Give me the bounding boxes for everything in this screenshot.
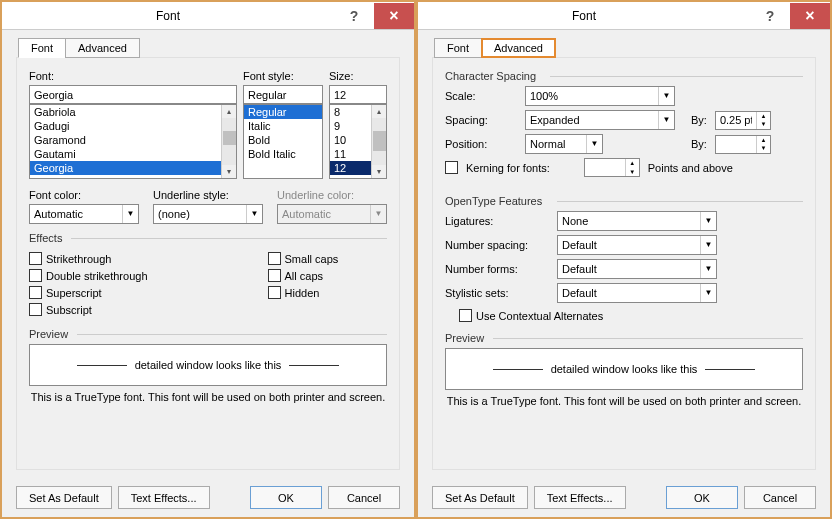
numspacing-combo[interactable]: Default▼ xyxy=(557,235,717,255)
checkbox-hidden[interactable] xyxy=(268,286,281,299)
by-label: By: xyxy=(691,114,707,126)
spin-up-icon[interactable]: ▲ xyxy=(757,136,770,145)
numforms-combo[interactable]: Default▼ xyxy=(557,259,717,279)
close-icon[interactable]: × xyxy=(790,3,830,29)
tab-font[interactable]: Font xyxy=(434,38,482,58)
spacing-combo[interactable]: Expanded▼ xyxy=(525,110,675,130)
help-icon[interactable]: ? xyxy=(334,3,374,29)
chevron-down-icon: ▼ xyxy=(700,236,716,254)
spacing-label: Spacing: xyxy=(445,114,517,126)
font-listbox[interactable]: Gabriola Gadugi Garamond Gautami Georgia… xyxy=(29,104,237,179)
position-by-spinner[interactable]: ▲▼ xyxy=(715,135,771,154)
underline-style-combo[interactable]: (none)▼ xyxy=(153,204,263,224)
set-default-button[interactable]: Set As Default xyxy=(16,486,112,509)
tab-advanced[interactable]: Advanced xyxy=(65,38,140,58)
scale-combo[interactable]: 100%▼ xyxy=(525,86,675,106)
text-effects-button[interactable]: Text Effects... xyxy=(118,486,210,509)
style-input[interactable] xyxy=(243,85,323,104)
tab-font[interactable]: Font xyxy=(18,38,66,58)
chevron-down-icon: ▼ xyxy=(700,284,716,302)
style-label: Font style: xyxy=(243,70,323,82)
position-combo[interactable]: Normal▼ xyxy=(525,134,603,154)
size-input[interactable] xyxy=(329,85,387,104)
style-listbox[interactable]: Regular Italic Bold Bold Italic xyxy=(243,104,323,179)
tabstrip: Font Advanced xyxy=(432,38,816,58)
effect-label: Strikethrough xyxy=(46,253,111,265)
chevron-down-icon: ▼ xyxy=(370,205,386,223)
stylistic-combo[interactable]: Default▼ xyxy=(557,283,717,303)
preview-box: detailed window looks like this xyxy=(445,348,803,390)
position-label: Position: xyxy=(445,138,517,150)
scale-label: Scale: xyxy=(445,90,517,102)
checkbox-kerning[interactable] xyxy=(445,161,458,174)
preview-desc: This is a TrueType font. This font will … xyxy=(29,391,387,403)
scrollbar[interactable]: ▴▾ xyxy=(371,105,386,178)
checkbox-subscript[interactable] xyxy=(29,303,42,316)
titlebar: Font ? × xyxy=(2,2,414,30)
font-input[interactable] xyxy=(29,85,237,104)
checkbox-small-caps[interactable] xyxy=(268,252,281,265)
cancel-button[interactable]: Cancel xyxy=(328,486,400,509)
size-listbox[interactable]: 8 9 10 11 12 ▴▾ xyxy=(329,104,387,179)
numspacing-label: Number spacing: xyxy=(445,239,549,251)
set-default-button[interactable]: Set As Default xyxy=(432,486,528,509)
font-color-combo[interactable]: Automatic▼ xyxy=(29,204,139,224)
preview-box: detailed window looks like this xyxy=(29,344,387,386)
spin-down-icon[interactable]: ▼ xyxy=(626,168,639,177)
ligatures-combo[interactable]: None▼ xyxy=(557,211,717,231)
kerning-label: Kerning for fonts: xyxy=(466,162,550,174)
font-dialog-left: Font ? × Font Advanced Font: Gabriola Ga… xyxy=(0,0,416,519)
by-label: By: xyxy=(691,138,707,150)
contextual-label: Use Contextual Alternates xyxy=(476,310,603,322)
checkbox-contextual[interactable] xyxy=(459,309,472,322)
size-label: Size: xyxy=(329,70,387,82)
char-spacing-label: Character Spacing xyxy=(445,70,803,82)
kerning-unit: Points and above xyxy=(648,162,733,174)
scrollbar[interactable]: ▴▾ xyxy=(221,105,236,178)
font-dialog-right: Font ? × Font Advanced Character Spacing… xyxy=(416,0,832,519)
spin-up-icon[interactable]: ▲ xyxy=(757,112,770,121)
titlebar: Font ? × xyxy=(418,2,830,30)
effect-label: Hidden xyxy=(285,287,320,299)
spin-down-icon[interactable]: ▼ xyxy=(757,144,770,153)
effect-label: Small caps xyxy=(285,253,339,265)
close-icon[interactable]: × xyxy=(374,3,414,29)
list-item[interactable]: Gabriola xyxy=(30,105,236,119)
cancel-button[interactable]: Cancel xyxy=(744,486,816,509)
list-item[interactable]: Bold xyxy=(244,133,322,147)
stylistic-label: Stylistic sets: xyxy=(445,287,549,299)
preview-label: Preview xyxy=(29,328,387,340)
font-label: Font: xyxy=(29,70,237,82)
ok-button[interactable]: OK xyxy=(666,486,738,509)
list-item[interactable]: Italic xyxy=(244,119,322,133)
spacing-by-spinner[interactable]: ▲▼ xyxy=(715,111,771,130)
list-item[interactable]: Georgia xyxy=(30,161,236,175)
list-item[interactable]: Bold Italic xyxy=(244,147,322,161)
window-title: Font xyxy=(2,9,334,23)
chevron-down-icon: ▼ xyxy=(658,87,674,105)
tabstrip: Font Advanced xyxy=(16,38,400,58)
checkbox-double-strikethrough[interactable] xyxy=(29,269,42,282)
chevron-down-icon: ▼ xyxy=(246,205,262,223)
checkbox-superscript[interactable] xyxy=(29,286,42,299)
list-item[interactable]: Gadugi xyxy=(30,119,236,133)
ok-button[interactable]: OK xyxy=(250,486,322,509)
chevron-down-icon: ▼ xyxy=(700,212,716,230)
checkbox-strikethrough[interactable] xyxy=(29,252,42,265)
spin-up-icon[interactable]: ▲ xyxy=(626,159,639,168)
spin-down-icon[interactable]: ▼ xyxy=(757,120,770,129)
text-effects-button[interactable]: Text Effects... xyxy=(534,486,626,509)
help-icon[interactable]: ? xyxy=(750,3,790,29)
list-item[interactable]: Regular xyxy=(244,105,322,119)
kerning-spinner[interactable]: ▲▼ xyxy=(584,158,640,177)
list-item[interactable]: Gautami xyxy=(30,147,236,161)
effect-label: All caps xyxy=(285,270,324,282)
underline-color-combo: Automatic▼ xyxy=(277,204,387,224)
ligatures-label: Ligatures: xyxy=(445,215,549,227)
checkbox-all-caps[interactable] xyxy=(268,269,281,282)
font-color-label: Font color: xyxy=(29,189,139,201)
tab-advanced[interactable]: Advanced xyxy=(481,38,556,58)
opentype-label: OpenType Features xyxy=(445,195,803,207)
list-item[interactable]: Garamond xyxy=(30,133,236,147)
chevron-down-icon: ▼ xyxy=(700,260,716,278)
